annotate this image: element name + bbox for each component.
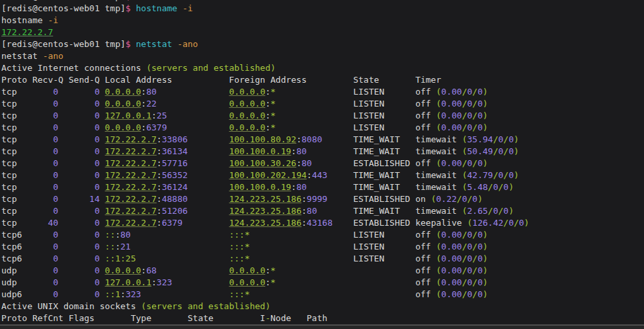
terminal-text-segment: 0 [477,265,483,275]
terminal-text-segment: 0 [53,99,58,109]
terminal-text-segment: tcp [1,158,17,168]
terminal-text-segment [131,39,136,49]
terminal-text-segment: 0 [53,194,58,204]
terminal-text-segment [17,218,48,228]
terminal-text-segment: 0 [477,87,483,97]
terminal-line: tcp 0 14 172.22.2.7:48880 124.223.25.186… [1,193,644,205]
terminal-text-segment [322,134,353,144]
terminal-text-segment: off [415,87,436,97]
terminal-text-segment: 127.0.0.1 [105,277,151,287]
terminal-text-segment: ) [483,99,488,109]
terminal-text-segment [58,170,95,180]
terminal-text-segment: tcp [1,170,17,180]
terminal-text-segment: -i [182,0,193,1]
terminal-text-segment: 0 [53,122,58,132]
terminal-text-segment: : [265,122,270,132]
terminal-text-segment: 172.22.2.7 [105,194,157,204]
terminal-text-segment [22,242,53,252]
terminal-text-segment: 172.22.2.7 [105,206,157,216]
terminal-text-segment: 0 [477,289,483,299]
terminal-text-segment: / [503,146,508,156]
terminal-text-segment [131,230,229,240]
terminal-text-segment [100,194,105,204]
terminal-output: [redis@centos-web01 tmp]$ hostname -i[re… [0,0,644,324]
terminal-text-segment: 40 [48,218,58,228]
terminal-text-segment [172,39,177,49]
terminal-text-segment: 0.00 [441,158,462,168]
terminal-text-segment: 8080 [302,134,322,144]
terminal-text-segment: ESTABLISHED [353,158,410,168]
terminal-line: netstat -ano [1,50,644,62]
terminal-text-segment: 172.22.2.7 [105,146,157,156]
terminal-text-segment: 172.22.2.7 [105,170,157,180]
terminal-text-segment: 42.79 [467,170,493,180]
terminal-text-segment [17,134,53,144]
terminal-text-segment: 36134 [162,146,188,156]
terminal-text-segment [276,99,353,109]
terminal-text-segment: : [302,206,307,216]
terminal-text-segment [17,122,53,132]
terminal-text-segment: [redis@centos-web01 tmp] [1,0,126,1]
terminal-text-segment: ) [483,158,488,168]
terminal-text-segment [157,99,229,109]
terminal-line: Active Internet connections (servers and… [1,62,644,74]
terminal-text-segment: ) [483,242,488,252]
terminal-text-segment: :: [105,242,116,252]
terminal-text-segment: 0 [95,277,100,287]
terminal-text-segment: : [115,242,120,252]
terminal-text-segment: 0 [503,206,508,216]
terminal-text-segment: 0.00 [441,99,462,109]
terminal-text-segment [400,146,415,156]
terminal-text-segment: tcp [1,134,17,144]
terminal-text-segment: : [157,134,162,144]
terminal-text-segment: Active UNIX domain sockets [1,301,141,311]
terminal-text-segment: ) [483,122,488,132]
terminal-text-segment: LISTEN [353,242,384,252]
terminal-text-segment [250,230,354,240]
window-bottom-edge [0,324,644,329]
terminal-text-segment: : [141,99,146,109]
terminal-text-segment: 0 [508,146,514,156]
terminal-text-segment [276,87,353,97]
terminal-line: tcp 0 0 0.0.0.0:80 0.0.0.0:* LISTEN off … [1,86,644,98]
terminal-text-segment [384,111,415,120]
terminal-text-segment: $ [126,39,131,49]
terminal-text-segment: 6379 [146,122,167,132]
terminal-text-segment: / [472,87,477,97]
terminal-text-segment [58,122,95,132]
terminal-text-segment: 80 [120,230,131,240]
terminal-text-segment: LISTEN [353,230,384,240]
terminal-text-segment: 0 [477,99,483,109]
terminal-text-segment: 0 [53,170,58,180]
terminal-text-segment: (servers and established) [141,301,270,311]
terminal-text-segment: ( [462,134,467,144]
terminal-line: Active UNIX domain sockets (servers and … [1,301,644,312]
terminal-text-segment: 0 [53,206,58,216]
terminal-text-segment: off [415,254,436,263]
terminal-text-segment [100,265,105,275]
terminal-text-segment: 100.100.0.19 [229,182,291,192]
terminal-line: tcp 0 0 172.22.2.7:36124 100.100.0.19:80… [1,181,644,193]
terminal-text-segment: 0 [95,146,100,156]
terminal-text-segment: 0 [53,254,58,263]
terminal-text-segment [353,277,415,287]
terminal-line: tcp 0 0 172.22.2.7:36134 100.100.0.19:80… [1,146,644,158]
terminal-text-segment: ) [524,218,530,228]
terminal-text-segment: 124.223.25.186 [229,218,302,228]
terminal-text-segment [17,277,53,287]
terminal-text-segment: LISTEN [353,99,384,109]
terminal-text-segment: : [307,170,312,180]
terminal-text-segment: / [462,111,467,120]
terminal-text-segment [100,146,105,156]
terminal-line: Proto RefCnt Flags Type State I-Node Pat… [1,312,644,324]
terminal-text-segment: * [270,111,276,120]
terminal-text-segment [17,99,53,109]
terminal-text-segment: tcp [1,99,17,109]
terminal-text-segment [58,194,89,204]
terminal-text-segment: TIME_WAIT [353,146,399,156]
terminal-text-segment: - [265,313,270,323]
terminal-text-segment [58,206,95,216]
terminal-text-segment: hostname [1,15,48,25]
terminal-text-segment [317,206,354,216]
terminal-text-segment: ) [514,170,519,180]
